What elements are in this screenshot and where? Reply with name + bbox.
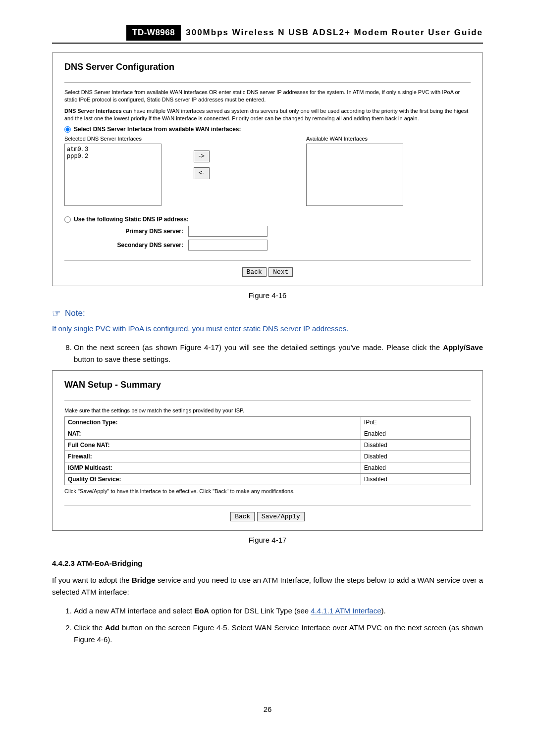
table-row: Quality Of Service:Disabled: [65, 473, 471, 485]
bridging-step-2: Click the Add button on the screen Figur…: [74, 622, 483, 646]
radio-static-dns-label: Use the following Static DNS IP address:: [74, 216, 189, 223]
table-row: IGMP Multicast:Enabled: [65, 462, 471, 473]
table-row: Full Cone NAT:Disabled: [65, 439, 471, 451]
divider: [64, 82, 471, 83]
note-body: If only single PVC with IPoA is configur…: [52, 323, 483, 335]
pointing-hand-icon: ☞: [52, 308, 61, 318]
available-interfaces-listbox[interactable]: [308, 145, 403, 206]
divider: [64, 260, 471, 261]
dns-desc-2: DNS Server Interfaces can have multiple …: [64, 107, 471, 122]
selected-interfaces-label: Selected DNS Server Interfaces: [64, 136, 161, 142]
primary-dns-label: Primary DNS server:: [74, 228, 183, 235]
table-cell-value: Enabled: [361, 428, 470, 439]
section-intro-strong: Bridge: [132, 576, 156, 584]
figure-4-16-caption: Figure 4-16: [52, 291, 483, 300]
table-row: Firewall:Disabled: [65, 451, 471, 462]
save-apply-button[interactable]: Save/Apply: [257, 512, 305, 521]
wan-summary-table: Connection Type:IPoENAT:EnabledFull Cone…: [64, 416, 471, 485]
note-heading: ☞ Note:: [52, 308, 483, 318]
table-cell-value: Disabled: [361, 473, 470, 485]
step-8-b: button to save these settings.: [74, 355, 170, 363]
figure-4-17-caption: Figure 4-17: [52, 536, 483, 544]
table-cell-value: Enabled: [361, 462, 470, 473]
table-row: NAT:Enabled: [65, 428, 471, 439]
table-cell-label: IGMP Multicast:: [65, 462, 361, 473]
secondary-dns-label: Secondary DNS server:: [74, 242, 183, 249]
dns-desc-2-strong: DNS Server Interfaces: [64, 108, 122, 114]
table-cell-value: IPoE: [361, 416, 470, 428]
step-8: On the next screen (as shown Figure 4-17…: [74, 342, 483, 365]
doc-title: 300Mbps Wireless N USB ADSL2+ Modem Rout…: [181, 25, 483, 41]
table-cell-label: Full Cone NAT:: [65, 439, 361, 451]
bridging-step-1: Add a new ATM interface and select EoA o…: [74, 605, 483, 617]
step-8-strong: Apply/Save: [443, 343, 483, 352]
figure-4-16-box: DNS Server Configuration Select DNS Serv…: [52, 52, 483, 286]
selected-interfaces-listbox[interactable]: [66, 145, 161, 206]
back-button[interactable]: Back: [242, 267, 267, 277]
table-row: Connection Type:IPoE: [65, 416, 471, 428]
step1-c: ).: [381, 606, 386, 615]
table-cell-label: Quality Of Service:: [65, 473, 361, 485]
page-header: TD-W8968 300Mbps Wireless N USB ADSL2+ M…: [52, 25, 483, 44]
table-cell-label: NAT:: [65, 428, 361, 439]
table-cell-value: Disabled: [361, 451, 470, 462]
step2-a: Click the: [74, 623, 105, 632]
section-intro-a: If you want to adopt the: [52, 576, 132, 584]
next-button[interactable]: Next: [268, 267, 293, 277]
secondary-dns-input[interactable]: [188, 240, 268, 251]
dns-desc-2-rest: can have multiple WAN interfaces served …: [64, 108, 468, 121]
table-cell-value: Disabled: [361, 439, 470, 451]
table-cell-label: Firewall:: [65, 451, 361, 462]
step1-b: option for DSL Link Type (see: [209, 606, 311, 615]
step1-a: Add a new ATM interface and select: [74, 606, 194, 615]
move-left-button[interactable]: <-: [194, 167, 210, 179]
atm-interface-link[interactable]: 4.4.1.1 ATM Interface: [311, 606, 381, 615]
wan-summary-intro: Make sure that the settings below match …: [64, 407, 471, 413]
section-heading: 4.4.2.3 ATM-EoA-Bridging: [52, 559, 483, 567]
dns-config-heading: DNS Server Configuration: [64, 62, 471, 72]
radio-select-interface[interactable]: [64, 126, 71, 133]
back-button-2[interactable]: Back: [230, 512, 255, 521]
dns-desc-1: Select DNS Server Interface from availab…: [64, 89, 471, 103]
radio-select-interface-label: Select DNS Server Interface from availab…: [74, 126, 241, 133]
step1-strong: EoA: [194, 606, 209, 615]
divider: [64, 505, 471, 505]
section-intro: If you want to adopt the Bridge service …: [52, 574, 483, 598]
page-number: 26: [52, 705, 483, 713]
figure-4-17-box: WAN Setup - Summary Make sure that the s…: [52, 370, 483, 531]
step2-b: button on the screen Figure 4-5. Select …: [74, 623, 483, 644]
wan-summary-foot: Click "Save/Apply" to have this interfac…: [64, 488, 471, 494]
step-8-a: On the next screen (as shown Figure 4-17…: [74, 343, 443, 352]
wan-summary-heading: WAN Setup - Summary: [64, 380, 471, 390]
radio-static-dns[interactable]: [64, 216, 71, 223]
model-badge: TD-W8968: [126, 25, 181, 41]
primary-dns-input[interactable]: [188, 226, 268, 237]
note-label-text: Note:: [65, 308, 85, 318]
step2-strong: Add: [105, 623, 119, 632]
table-cell-label: Connection Type:: [65, 416, 361, 428]
move-right-button[interactable]: ->: [194, 151, 210, 162]
available-interfaces-label: Available WAN Interfaces: [306, 136, 403, 142]
divider: [64, 400, 471, 401]
